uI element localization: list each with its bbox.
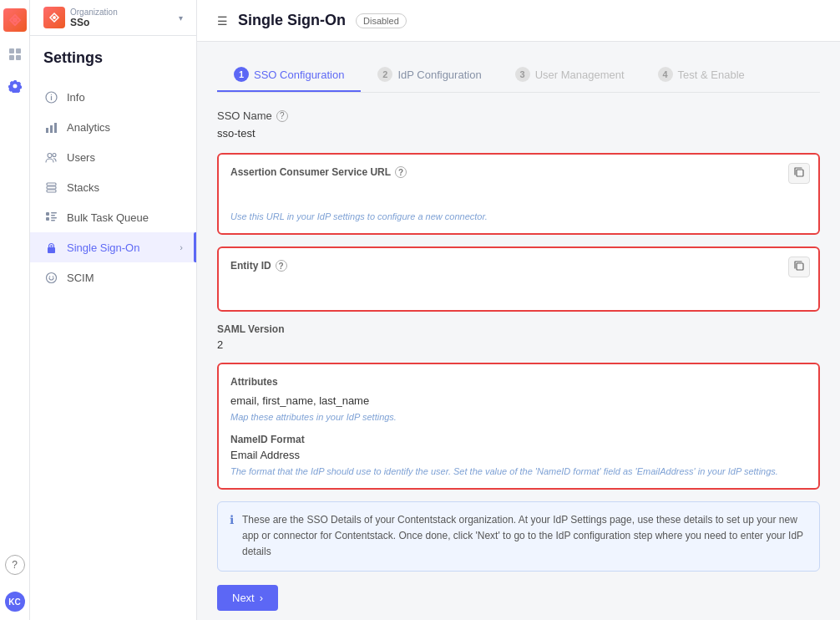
sidebar-item-scim-label: SCIM [67,272,94,284]
main-content-area: ☰ Single Sign-On Disabled 1 SSO Configur… [197,0,840,620]
sidebar-item-scim[interactable]: SCIM [30,262,196,292]
attributes-hint: Map these attributes in your IdP setting… [230,412,807,422]
main-scrollable: 1 SSO Configuration 2 IdP Configuration … [197,42,840,620]
sso-nav-icon [43,240,58,255]
help-icon[interactable]: ? [5,555,25,575]
stacks-nav-icon [43,180,58,195]
svg-point-0 [13,18,18,23]
sso-name-label: SSO Name ? [217,109,820,122]
analytics-nav-icon [43,119,58,135]
org-name-block: Organization SSo [70,8,174,28]
svg-point-26 [48,276,50,277]
info-banner-icon: ℹ [230,513,234,561]
sidebar-header: Settings [30,36,196,75]
page-title: Single Sign-On [238,12,346,29]
settings-icon[interactable] [6,77,24,95]
sidebar-nav: i Info Analytics Users Stacks B [30,75,196,620]
icon-bar: ? KC [0,0,30,620]
user-avatar[interactable]: KC [5,592,25,612]
chevron-down-icon: ▾ [179,13,183,23]
sidebar-item-sso-label: Single Sign-On [67,241,139,254]
attributes-values: email, first_name, last_name [230,394,807,407]
svg-rect-29 [797,263,803,270]
acs-url-label-text: Assertion Consumer Service URL [230,166,391,178]
tab-2-num: 2 [377,67,392,82]
acs-url-hint: Use this URL in your IdP settings to con… [230,211,807,221]
svg-rect-21 [51,220,55,221]
tabs-bar: 1 SSO Configuration 2 IdP Configuration … [217,58,820,93]
svg-rect-18 [51,215,55,216]
scim-nav-icon [43,270,58,285]
svg-rect-19 [46,217,49,221]
entity-id-label-text: Entity ID [230,260,271,272]
info-nav-icon: i [43,89,58,104]
tab-idp-configuration[interactable]: 2 IdP Configuration [361,58,498,92]
svg-rect-15 [47,183,56,185]
svg-rect-17 [51,212,57,214]
svg-rect-9 [50,125,53,133]
grid-icon[interactable] [6,45,24,64]
status-badge: Disabled [356,13,407,28]
sidebar-title: Settings [43,49,183,67]
svg-point-5 [53,16,56,19]
sidebar-item-bulk-task-queue[interactable]: Bulk Task Queue [30,202,196,232]
sidebar-item-stacks[interactable]: Stacks [30,172,196,202]
svg-rect-2 [16,48,21,53]
sidebar-item-info[interactable]: i Info [30,82,196,112]
page-header: ☰ Single Sign-On Disabled [197,0,840,42]
sidebar: Organization SSo ▾ Settings i Info Analy… [30,0,197,620]
svg-rect-13 [47,190,56,192]
tab-sso-configuration[interactable]: 1 SSO Configuration [217,58,361,92]
sso-name-value: sso-test [217,127,820,140]
svg-rect-28 [797,170,803,176]
svg-rect-3 [9,55,14,60]
sidebar-item-bulk-task-queue-label: Bulk Task Queue [67,211,149,224]
saml-version-label: SAML Version [217,323,820,335]
entity-id-box: Entity ID ? [217,246,820,312]
bulk-task-nav-icon [43,210,58,225]
sso-name-help-icon[interactable]: ? [276,110,288,122]
svg-rect-1 [9,48,14,53]
sso-name-label-text: SSO Name [217,109,272,122]
entity-id-copy-button[interactable] [788,257,810,277]
sidebar-item-analytics-label: Analytics [67,121,110,134]
info-banner-text: These are the SSO Details of your Conten… [242,512,807,561]
nameid-format-label: NameID Format [230,434,807,445]
next-button[interactable]: Next › [217,585,278,611]
svg-point-12 [53,153,56,156]
svg-rect-20 [51,217,57,219]
next-button-label: Next [232,592,255,604]
saml-version-section: SAML Version 2 [217,323,820,351]
sidebar-item-users[interactable]: Users [30,142,196,172]
acs-url-title: Assertion Consumer Service URL ? [230,166,807,178]
org-logo-icon[interactable] [3,8,27,32]
sidebar-item-single-sign-on[interactable]: Single Sign-On › [30,232,196,262]
svg-point-24 [50,245,52,246]
sidebar-item-info-label: Info [67,91,85,104]
acs-url-help-icon[interactable]: ? [395,166,407,178]
tab-3-num: 3 [515,67,530,82]
attributes-box: Attributes email, first_name, last_name … [217,363,820,490]
svg-point-11 [48,153,52,157]
tab-3-label: User Management [535,69,625,81]
entity-id-content [230,278,807,298]
tab-4-num: 4 [658,67,673,82]
org-selector[interactable]: Organization SSo ▾ [30,0,196,36]
svg-rect-14 [47,186,56,189]
sidebar-item-analytics[interactable]: Analytics [30,112,196,142]
hamburger-icon: ☰ [217,14,228,28]
tab-test-enable: 4 Test & Enable [641,58,762,92]
svg-point-25 [46,272,56,282]
svg-point-27 [52,276,53,277]
sidebar-item-stacks-label: Stacks [67,181,99,194]
svg-rect-8 [46,128,48,133]
sidebar-item-users-label: Users [67,151,95,164]
svg-rect-16 [46,212,49,216]
tab-4-label: Test & Enable [678,69,745,81]
tab-user-management: 3 User Management [498,58,641,92]
acs-url-content [230,185,807,205]
acs-url-copy-button[interactable] [788,163,810,184]
entity-id-help-icon[interactable]: ? [276,260,287,272]
nameid-format-value: Email Address [230,449,807,461]
users-nav-icon [43,150,58,165]
